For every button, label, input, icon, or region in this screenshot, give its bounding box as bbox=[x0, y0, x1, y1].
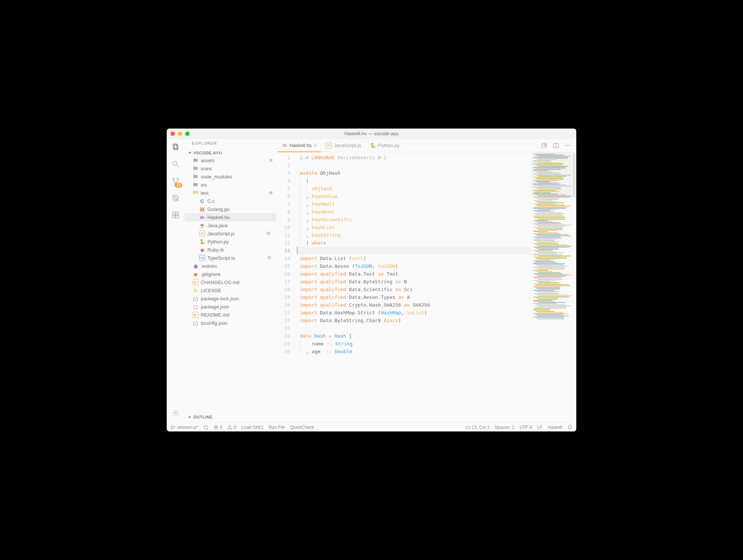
open-changes-icon[interactable] bbox=[541, 142, 547, 149]
tree-item-c-c[interactable]: CC.c bbox=[184, 197, 276, 205]
scrollbar-thumb[interactable] bbox=[573, 153, 576, 197]
tree-item-tsconfig-json[interactable]: {;}tsconfig.json bbox=[184, 319, 276, 327]
editor-actions bbox=[541, 142, 576, 149]
tree-item--gitignore[interactable]: ◆.gitignore bbox=[184, 270, 276, 278]
tree-label: Golang.go bbox=[207, 206, 272, 212]
svg-point-23 bbox=[171, 426, 172, 427]
tree-item-package-json[interactable]: ⬚package.json bbox=[184, 303, 276, 311]
language-mode[interactable]: Haskell bbox=[548, 425, 562, 430]
tree-label: CHANGELOG.md bbox=[201, 280, 272, 285]
svg-point-14 bbox=[174, 412, 177, 414]
split-editor-icon[interactable] bbox=[553, 142, 559, 149]
file-icon: 🐍 bbox=[199, 239, 205, 245]
tree-item-golang-go[interactable]: 🐹Golang.go bbox=[184, 205, 276, 213]
maximize-window-icon[interactable] bbox=[185, 132, 190, 136]
svg-line-3 bbox=[177, 165, 179, 167]
workspace-header[interactable]: ▾ VSCODE-AYU bbox=[184, 149, 276, 156]
file-icon: M↓ bbox=[193, 279, 199, 285]
folder-icon bbox=[193, 165, 199, 171]
vertical-scrollbar[interactable] bbox=[572, 152, 576, 423]
tree-item-changelog-md[interactable]: M↓CHANGELOG.md bbox=[184, 278, 276, 286]
debug-icon[interactable] bbox=[171, 194, 180, 202]
tree-label: package-lock.json bbox=[201, 296, 272, 301]
minimize-window-icon[interactable] bbox=[178, 132, 182, 136]
warnings-count[interactable]: 0 bbox=[227, 425, 236, 430]
svg-line-17 bbox=[545, 146, 546, 146]
status-badge: M bbox=[267, 231, 272, 236]
tree-item-test[interactable]: test bbox=[184, 189, 276, 197]
source-control-icon[interactable]: 10 bbox=[171, 177, 180, 185]
sync-icon[interactable] bbox=[203, 425, 208, 430]
code-editor[interactable]: {-# LANGUAGE DeriveGeneric #-}module Obj… bbox=[297, 152, 531, 423]
search-icon[interactable] bbox=[171, 160, 180, 168]
status-badge: 9 bbox=[268, 255, 272, 260]
outline-header[interactable]: ▸ OUTLINE bbox=[184, 413, 276, 420]
git-branch[interactable]: revised-ui* bbox=[170, 425, 198, 430]
minimap-viewport[interactable] bbox=[531, 152, 572, 197]
workspace-name: VSCODE-AYU bbox=[193, 151, 222, 155]
folder-icon bbox=[193, 182, 199, 188]
tree-item-assets[interactable]: assets bbox=[184, 156, 276, 164]
tree-label: Haskell.hs bbox=[207, 215, 272, 220]
extensions-icon[interactable] bbox=[171, 211, 180, 219]
action-run-file[interactable]: Run File bbox=[268, 425, 285, 430]
traffic-lights bbox=[170, 132, 190, 136]
close-icon[interactable]: × bbox=[314, 143, 317, 148]
tree-label: node_modules bbox=[201, 174, 272, 180]
bell-icon[interactable] bbox=[567, 425, 573, 430]
tree-item-javascript-js[interactable]: JSJavaScript.jsM bbox=[184, 229, 276, 238]
window-title: Haskell.hs — vscode-ayu bbox=[345, 131, 399, 136]
tab-file-icon: ≫ bbox=[282, 143, 287, 148]
explorer-icon[interactable] bbox=[171, 143, 180, 151]
cursor-position[interactable]: Ln 13, Col 1 bbox=[466, 425, 490, 430]
file-icon: 🐹 bbox=[199, 206, 205, 212]
tab-label: Python.py bbox=[378, 143, 400, 148]
more-actions-icon[interactable] bbox=[564, 142, 571, 149]
svg-point-21 bbox=[567, 145, 568, 146]
svg-rect-0 bbox=[173, 144, 177, 149]
svg-rect-1 bbox=[174, 145, 178, 150]
tree-item--eslintrc[interactable]: ◉.eslintrc bbox=[184, 262, 276, 270]
scm-badge: 10 bbox=[174, 183, 182, 188]
eol[interactable]: LF bbox=[537, 425, 543, 430]
action-quickcheck[interactable]: QuickCheck bbox=[290, 425, 314, 430]
tree-item-python-py[interactable]: 🐍Python.py bbox=[184, 238, 276, 246]
tree-label: Python.py bbox=[207, 239, 272, 245]
tree-item-typescript-ts[interactable]: TSTypeScript.ts9 bbox=[184, 254, 276, 262]
svg-rect-11 bbox=[176, 212, 179, 215]
minimap[interactable] bbox=[531, 152, 572, 423]
tab-javascript-js[interactable]: JSJavaScript.js bbox=[321, 139, 366, 152]
tree-item-icons[interactable]: icons bbox=[184, 164, 276, 173]
tab-python-py[interactable]: 🐍Python.py bbox=[366, 139, 404, 152]
file-icon: JS bbox=[199, 231, 205, 236]
svg-point-5 bbox=[177, 178, 179, 180]
svg-rect-10 bbox=[173, 212, 175, 215]
gear-icon[interactable] bbox=[171, 409, 180, 417]
sidebar: EXPLORER ▾ VSCODE-AYU assetsiconsnode_mo… bbox=[184, 139, 276, 423]
indentation[interactable]: Spaces: 2 bbox=[495, 425, 514, 430]
tree-label: Ruby.rb bbox=[207, 247, 272, 253]
tree-item-java-java[interactable]: ☕Java.java bbox=[184, 221, 276, 229]
folder-icon bbox=[193, 157, 199, 163]
folder-icon bbox=[193, 174, 199, 180]
tab-label: Haskell.hs bbox=[289, 143, 312, 148]
close-window-icon[interactable] bbox=[170, 132, 175, 136]
outline-label: OUTLINE bbox=[193, 415, 213, 419]
tree-label: C.c bbox=[207, 198, 272, 204]
tab-file-icon: 🐍 bbox=[370, 143, 376, 148]
activity-bar: 10 bbox=[167, 139, 184, 423]
tree-item-package-lock-json[interactable]: {;}package-lock.json bbox=[184, 294, 276, 303]
tree-label: icons bbox=[201, 166, 272, 171]
tree-item-node-modules[interactable]: node_modules bbox=[184, 173, 276, 181]
encoding[interactable]: UTF-8 bbox=[520, 425, 532, 430]
errors-count[interactable]: 9 bbox=[214, 425, 223, 430]
tree-label: assets bbox=[201, 158, 267, 163]
tree-item-ruby-rb[interactable]: ◆Ruby.rb bbox=[184, 246, 276, 254]
tree-item-readme-md[interactable]: M↓README.md bbox=[184, 311, 276, 319]
tree-item-src[interactable]: src bbox=[184, 181, 276, 189]
tree-item-license[interactable]: ©LICENSE bbox=[184, 286, 276, 294]
tree-item-haskell-hs[interactable]: ≫Haskell.hs bbox=[184, 213, 276, 221]
tree-label: .gitignore bbox=[201, 272, 272, 277]
tab-haskell-hs[interactable]: ≫Haskell.hs× bbox=[278, 139, 321, 152]
action-load-ghci[interactable]: Load GHCi bbox=[241, 425, 263, 430]
